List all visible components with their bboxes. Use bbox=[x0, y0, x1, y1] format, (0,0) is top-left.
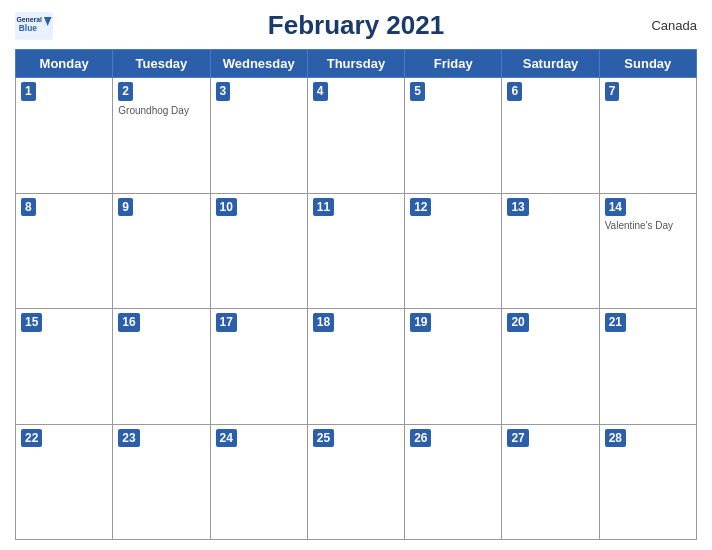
day-number: 27 bbox=[507, 429, 528, 448]
day-number: 7 bbox=[605, 82, 620, 101]
day-number: 5 bbox=[410, 82, 425, 101]
calendar-day-cell: 24 bbox=[210, 424, 307, 540]
country-label: Canada bbox=[651, 18, 697, 33]
day-number: 23 bbox=[118, 429, 139, 448]
day-number: 20 bbox=[507, 313, 528, 332]
month-title: February 2021 bbox=[268, 10, 444, 41]
calendar-day-cell: 16 bbox=[113, 309, 210, 425]
calendar-day-cell: 4 bbox=[307, 78, 404, 194]
calendar-day-cell: 26 bbox=[405, 424, 502, 540]
day-number: 24 bbox=[216, 429, 237, 448]
svg-text:Blue: Blue bbox=[19, 22, 37, 32]
holiday-label: Valentine's Day bbox=[605, 219, 691, 232]
day-number: 3 bbox=[216, 82, 231, 101]
day-number: 17 bbox=[216, 313, 237, 332]
calendar-week-row: 15161718192021 bbox=[16, 309, 697, 425]
col-sunday: Sunday bbox=[599, 50, 696, 78]
calendar-day-cell: 18 bbox=[307, 309, 404, 425]
calendar-day-cell: 23 bbox=[113, 424, 210, 540]
calendar-day-cell: 17 bbox=[210, 309, 307, 425]
day-number: 14 bbox=[605, 198, 626, 217]
calendar-week-row: 12Groundhog Day34567 bbox=[16, 78, 697, 194]
day-number: 8 bbox=[21, 198, 36, 217]
day-number: 19 bbox=[410, 313, 431, 332]
day-number: 1 bbox=[21, 82, 36, 101]
day-number: 13 bbox=[507, 198, 528, 217]
calendar-day-cell: 21 bbox=[599, 309, 696, 425]
col-wednesday: Wednesday bbox=[210, 50, 307, 78]
calendar-day-cell: 27 bbox=[502, 424, 599, 540]
calendar-day-cell: 22 bbox=[16, 424, 113, 540]
calendar-day-cell: 1 bbox=[16, 78, 113, 194]
day-number: 26 bbox=[410, 429, 431, 448]
col-monday: Monday bbox=[16, 50, 113, 78]
day-number: 21 bbox=[605, 313, 626, 332]
col-saturday: Saturday bbox=[502, 50, 599, 78]
calendar-day-cell: 6 bbox=[502, 78, 599, 194]
calendar-day-cell: 14Valentine's Day bbox=[599, 193, 696, 309]
calendar-day-cell: 15 bbox=[16, 309, 113, 425]
day-number: 2 bbox=[118, 82, 133, 101]
day-number: 10 bbox=[216, 198, 237, 217]
holiday-label: Groundhog Day bbox=[118, 104, 204, 117]
calendar-day-cell: 28 bbox=[599, 424, 696, 540]
col-tuesday: Tuesday bbox=[113, 50, 210, 78]
day-number: 28 bbox=[605, 429, 626, 448]
calendar-day-cell: 12 bbox=[405, 193, 502, 309]
calendar-day-cell: 20 bbox=[502, 309, 599, 425]
col-thursday: Thursday bbox=[307, 50, 404, 78]
calendar-day-cell: 13 bbox=[502, 193, 599, 309]
day-number: 18 bbox=[313, 313, 334, 332]
day-number: 12 bbox=[410, 198, 431, 217]
calendar-day-cell: 25 bbox=[307, 424, 404, 540]
day-number: 9 bbox=[118, 198, 133, 217]
day-number: 11 bbox=[313, 198, 334, 217]
calendar-day-cell: 2Groundhog Day bbox=[113, 78, 210, 194]
day-number: 16 bbox=[118, 313, 139, 332]
calendar-day-cell: 9 bbox=[113, 193, 210, 309]
calendar-day-cell: 10 bbox=[210, 193, 307, 309]
logo: General Blue bbox=[15, 12, 53, 40]
weekday-header-row: Monday Tuesday Wednesday Thursday Friday… bbox=[16, 50, 697, 78]
calendar-day-cell: 3 bbox=[210, 78, 307, 194]
col-friday: Friday bbox=[405, 50, 502, 78]
day-number: 4 bbox=[313, 82, 328, 101]
calendar-day-cell: 11 bbox=[307, 193, 404, 309]
calendar-day-cell: 7 bbox=[599, 78, 696, 194]
day-number: 6 bbox=[507, 82, 522, 101]
calendar-header: General Blue February 2021 Canada bbox=[15, 10, 697, 41]
calendar-day-cell: 19 bbox=[405, 309, 502, 425]
calendar-week-row: 891011121314Valentine's Day bbox=[16, 193, 697, 309]
calendar-day-cell: 8 bbox=[16, 193, 113, 309]
day-number: 25 bbox=[313, 429, 334, 448]
day-number: 15 bbox=[21, 313, 42, 332]
calendar-day-cell: 5 bbox=[405, 78, 502, 194]
calendar-week-row: 22232425262728 bbox=[16, 424, 697, 540]
calendar-table: Monday Tuesday Wednesday Thursday Friday… bbox=[15, 49, 697, 540]
day-number: 22 bbox=[21, 429, 42, 448]
